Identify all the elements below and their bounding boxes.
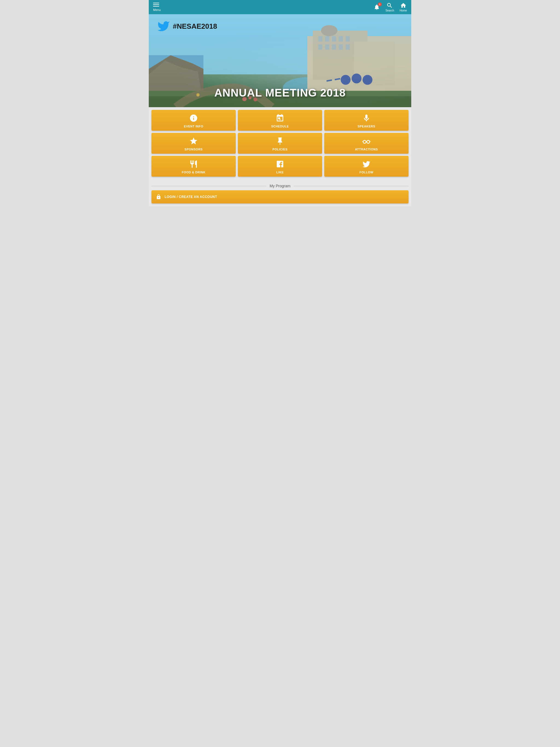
food-drink-label: FOOD & DRINK [182,171,206,174]
info-icon [189,114,198,123]
hashtag-text: #NESAE2018 [173,22,217,31]
my-program-label: My Program [270,184,290,188]
svg-rect-16 [325,44,329,50]
schedule-label: SCHEDULE [271,125,289,128]
grid-row-2: SPONSORS POLICIES ATTRACTIONS [152,133,408,154]
attractions-button[interactable]: ATTRACTIONS [324,133,408,154]
svg-rect-17 [332,44,336,50]
svg-line-35 [370,141,370,142]
nav-right-icons: 9 Search Home [374,2,407,12]
facebook-icon [276,160,284,169]
like-label: LIKE [276,171,284,174]
grid-section: EVENT INFO 31 SCHEDULE SPEAKERS SPONSORS [149,107,411,182]
event-info-button[interactable]: EVENT INFO [152,110,236,131]
svg-rect-18 [339,44,343,50]
svg-rect-14 [346,36,350,42]
svg-text:31: 31 [279,118,281,121]
search-label: Search [385,9,394,12]
schedule-button[interactable]: 31 SCHEDULE [238,110,322,131]
calendar-icon: 31 [276,114,284,123]
svg-point-31 [363,140,366,143]
twitter-bird-icon [157,20,170,33]
search-button[interactable]: Search [385,2,394,12]
grid-row-1: EVENT INFO 31 SCHEDULE SPEAKERS [152,110,408,131]
sponsors-label: SPONSORS [184,148,203,151]
grid-row-3: FOOD & DRINK LIKE FOLLOW [152,156,408,177]
svg-point-20 [321,25,337,36]
top-navigation: Menu 9 Search Home [149,0,411,14]
mic-icon [362,114,371,123]
star-icon [189,137,198,146]
svg-rect-19 [346,44,350,50]
menu-button[interactable]: Menu [153,3,161,11]
login-section: LOGIN / CREATE AN ACCOUNT [149,190,411,206]
policies-button[interactable]: POLICIES [238,133,322,154]
sponsors-button[interactable]: SPONSORS [152,133,236,154]
twitter-hashtag-area: #NESAE2018 [157,20,217,33]
home-icon [400,2,407,9]
pushpin-icon [276,137,284,146]
speakers-label: SPEAKERS [358,125,376,128]
food-drink-button[interactable]: FOOD & DRINK [152,156,236,177]
speakers-button[interactable]: SPEAKERS [324,110,408,131]
svg-rect-10 [318,36,322,42]
svg-point-25 [362,75,373,85]
bottom-area [149,206,411,315]
notification-badge: 9 [378,2,382,6]
login-button[interactable]: LOGIN / CREATE AN ACCOUNT [152,190,408,203]
hero-title: ANNUAL MEETING 2018 [149,87,411,99]
svg-point-24 [352,74,361,83]
notification-button[interactable]: 9 [374,4,380,10]
policies-label: POLICIES [272,148,287,151]
svg-point-32 [367,140,370,143]
svg-point-23 [341,75,351,85]
glasses-icon [362,137,371,146]
svg-line-34 [362,141,363,142]
event-info-label: EVENT INFO [184,125,203,128]
my-program-section: My Program [149,182,411,190]
follow-button[interactable]: FOLLOW [324,156,408,177]
attractions-label: ATTRACTIONS [355,148,378,151]
svg-rect-11 [325,36,329,42]
lock-icon [156,194,161,200]
follow-label: FOLLOW [360,171,374,174]
menu-label: Menu [153,8,161,11]
svg-rect-12 [332,36,336,42]
svg-rect-13 [339,36,343,42]
login-label: LOGIN / CREATE AN ACCOUNT [164,195,217,199]
hero-banner: #NESAE2018 ANNUAL MEETING 2018 [149,14,411,107]
like-button[interactable]: LIKE [238,156,322,177]
svg-rect-15 [318,44,322,50]
home-label: Home [400,9,407,12]
search-icon [386,2,393,9]
twitter-follow-icon [362,160,371,169]
fork-knife-icon [189,160,198,169]
home-button[interactable]: Home [400,2,407,12]
